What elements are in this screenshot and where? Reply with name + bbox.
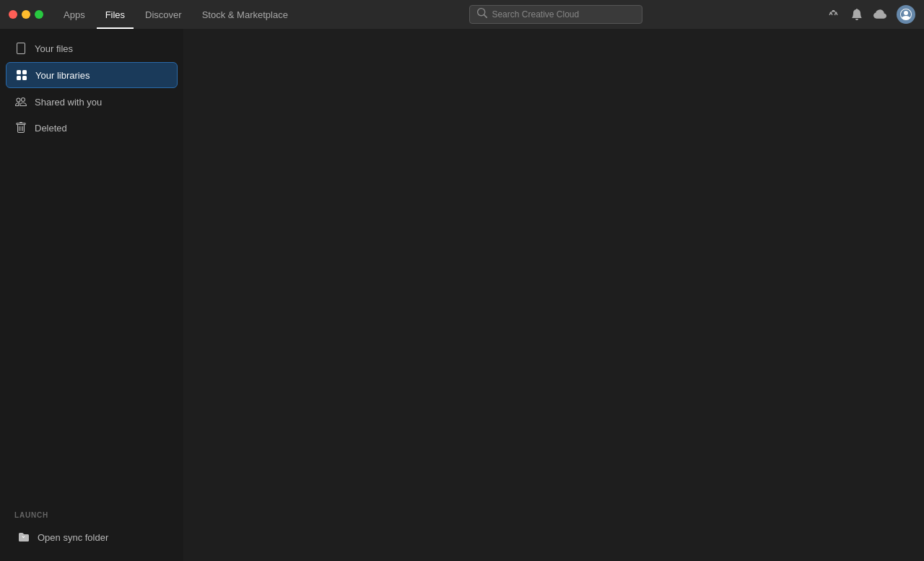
titlebar-right xyxy=(827,5,915,24)
tab-files[interactable]: Files xyxy=(97,0,134,29)
sidebar-item-label-your-files: Your files xyxy=(35,43,73,54)
sidebar: Your files Your libraries Shared w xyxy=(0,29,183,561)
sidebar-item-label-open-sync-folder: Open sync folder xyxy=(38,532,108,543)
minimize-button[interactable] xyxy=(22,10,30,19)
sidebar-item-shared-with-you[interactable]: Shared with you xyxy=(6,90,178,114)
tab-discover[interactable]: Discover xyxy=(136,0,191,29)
sidebar-item-open-sync-folder[interactable]: Open sync folder xyxy=(12,525,172,549)
maximize-button[interactable] xyxy=(35,10,43,19)
shared-icon xyxy=(14,95,27,108)
sidebar-item-label-shared-with-you: Shared with you xyxy=(35,97,102,108)
nav-tabs: Apps Files Discover Stock & Marketplace xyxy=(55,0,297,29)
sidebar-item-your-libraries[interactable]: Your libraries xyxy=(6,62,178,88)
library-icon xyxy=(15,69,28,82)
tab-stock[interactable]: Stock & Marketplace xyxy=(193,0,297,29)
sidebar-item-label-your-libraries: Your libraries xyxy=(35,70,90,81)
sidebar-nav: Your files Your libraries Shared w xyxy=(0,36,183,505)
close-button[interactable] xyxy=(9,10,17,19)
search-placeholder: Search Creative Cloud xyxy=(492,9,579,19)
cloud-icon[interactable] xyxy=(873,8,886,21)
file-icon xyxy=(14,42,27,55)
launch-label: LAUNCH xyxy=(12,511,172,519)
sidebar-launch-section: LAUNCH Open sync folder xyxy=(0,505,183,561)
sidebar-item-label-deleted: Deleted xyxy=(35,123,67,134)
titlebar: Apps Files Discover Stock & Marketplace … xyxy=(0,0,924,29)
avatar[interactable] xyxy=(897,5,915,24)
main-layout: Your files Your libraries Shared w xyxy=(0,29,924,561)
tab-apps[interactable]: Apps xyxy=(55,0,94,29)
search-input-wrapper[interactable]: Search Creative Cloud xyxy=(469,5,642,24)
bell-icon[interactable] xyxy=(850,8,863,21)
sidebar-item-deleted[interactable]: Deleted xyxy=(6,116,178,140)
search-icon xyxy=(477,8,487,21)
trash-icon xyxy=(14,121,27,134)
sync-folder-icon xyxy=(17,531,30,544)
sidebar-item-your-files[interactable]: Your files xyxy=(6,36,178,61)
search-bar: Search Creative Cloud xyxy=(297,5,816,24)
traffic-lights xyxy=(9,10,43,19)
main-content xyxy=(183,29,924,561)
font-icon[interactable] xyxy=(827,8,840,21)
